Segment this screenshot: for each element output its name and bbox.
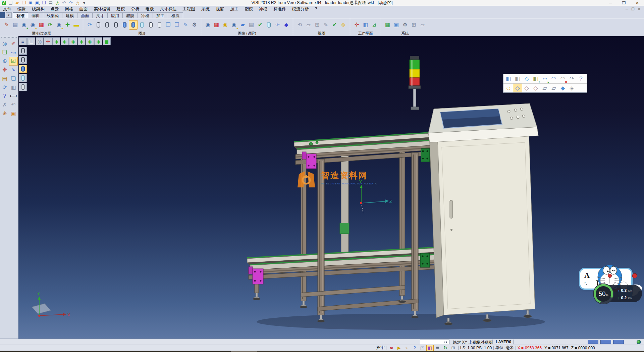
view-plane-icon[interactable]: ▱ <box>304 20 313 29</box>
hide-entities-icon[interactable]: ◉− <box>29 20 37 29</box>
transparent-style-icon[interactable] <box>138 20 146 29</box>
panel-blue-icon[interactable]: ▰ <box>238 20 247 29</box>
toolbar-tab-曲面[interactable]: 曲面 <box>77 12 93 18</box>
shaded-edges-style-icon[interactable] <box>129 20 138 29</box>
palette-cube-extract-icon[interactable]: ◧↑ <box>531 75 540 83</box>
view-sketch-icon[interactable]: ✎ <box>322 20 330 29</box>
toolbar-tab-冲模[interactable]: 冲模 <box>138 12 153 18</box>
navigation-helm-icon[interactable]: ✳ <box>1 109 9 118</box>
toolbar-tab-加工[interactable]: 加工 <box>153 12 168 18</box>
display-wireframe-icon[interactable] <box>19 47 27 55</box>
copy-graphics-icon[interactable]: ❐ <box>173 20 181 29</box>
toggle-advanced-icon[interactable]: ◉± <box>230 20 238 29</box>
ghost-style-icon[interactable] <box>265 20 273 29</box>
workplane-lock-icon[interactable]: ◧ <box>427 345 433 351</box>
layer-palette-icon[interactable]: ▦ <box>383 20 392 29</box>
palette-plane-direction-icon[interactable]: ▱▸ <box>540 75 549 83</box>
zoom-dynamic-icon[interactable]: ⊕ <box>1 57 9 65</box>
palette-gray-cube-icon[interactable]: ◧ <box>513 75 522 83</box>
query-help-icon[interactable]: ? <box>1 92 9 100</box>
snap-grid-icon[interactable]: ⊞ <box>410 20 418 29</box>
open-folder-icon[interactable]: ▰ <box>14 0 20 6</box>
panel-striped-icon[interactable]: ▤ <box>247 20 256 29</box>
menu-item-视窗[interactable]: 视窗 <box>213 6 227 12</box>
system-panel-icon[interactable]: ▣ <box>392 20 400 29</box>
redraw-icon[interactable]: ⟳ <box>86 20 94 29</box>
delete-trash-icon[interactable]: ✗ <box>1 101 9 109</box>
menu-item-?[interactable]: ? <box>312 6 320 12</box>
toolbar-tab-编辑[interactable]: 编辑 <box>28 12 43 18</box>
edit-graphics-icon[interactable]: ✎ <box>181 20 190 29</box>
render-modes-icon[interactable]: ▦ <box>212 20 221 29</box>
menu-item-线架构[interactable]: 线架构 <box>29 6 48 12</box>
menu-item-网格[interactable]: 网格 <box>62 6 76 12</box>
toolbar-tab-线架构[interactable]: 线架构 <box>43 12 62 18</box>
palette-wirecube-icon[interactable]: ◇ <box>522 84 531 92</box>
auto-rotate-icon[interactable]: ↻ <box>442 345 449 351</box>
undo-icon[interactable]: ↶ <box>61 0 67 6</box>
display-mesh-icon[interactable] <box>19 83 27 91</box>
quick-access-dropdown-icon[interactable]: ▾ <box>81 0 87 6</box>
menu-item-电极[interactable]: 电极 <box>143 6 157 12</box>
edit-curve-icon[interactable]: ∿ <box>9 66 17 74</box>
scale-indicator[interactable]: LS: 1.00 PS: 1.00 <box>460 346 492 350</box>
search-box[interactable] <box>420 340 449 344</box>
menu-item-塑模[interactable]: 塑模 <box>241 6 256 12</box>
workplane-axes-icon[interactable]: ✛ <box>353 20 361 29</box>
match-properties-icon[interactable]: ▤ <box>11 20 19 29</box>
rotate-view-icon[interactable]: ⟲ <box>296 20 304 29</box>
mesh-style-icon[interactable] <box>155 20 164 29</box>
smiley-shade-icon[interactable]: ☺ <box>339 20 347 29</box>
palette-shaded-cube-icon[interactable]: ◧ <box>504 75 513 83</box>
zoom-extents-icon[interactable]: ◎ <box>36 37 44 45</box>
menu-item-分析[interactable]: 分析 <box>128 6 143 12</box>
palette-surface-icon[interactable]: ◇ <box>522 75 531 83</box>
viewport-canvas[interactable]: Y Z Y X ≡❏◎✛◈◈◈◈◈◈◼ 智造资料网 INTELLIGENT MA… <box>18 36 644 339</box>
close-button[interactable]: ✕ <box>631 1 644 5</box>
palette-solid-cube-icon[interactable]: ◆ <box>558 84 567 92</box>
viewport-menu-icon[interactable]: ≡ <box>19 37 27 45</box>
toolbar-tab-标准[interactable]: 标准 <box>13 12 28 18</box>
view-back-icon[interactable]: ◈ <box>86 37 94 45</box>
window-pane-icon[interactable]: ❏ <box>9 75 17 83</box>
restore-undo-icon[interactable]: ↶ <box>9 101 17 109</box>
new-document-icon[interactable]: ❏ <box>7 0 13 6</box>
menu-item-冲模[interactable]: 冲模 <box>256 6 270 12</box>
dynamic-axes-icon[interactable]: ✛ <box>44 37 52 45</box>
menu-item-文件[interactable]: 文件 <box>0 6 14 12</box>
system-settings-icon[interactable]: ⚙ <box>401 20 409 29</box>
palette-wirecube-alt-icon[interactable]: ◇ <box>531 84 540 92</box>
grid-window-icon[interactable]: ⊞ <box>450 345 457 351</box>
palette-wirecube-active-icon[interactable]: ◇ <box>513 84 522 92</box>
erase-sketch-icon[interactable]: ✐ <box>9 40 17 48</box>
toolbar-tab-塑膜[interactable]: 塑膜 <box>122 12 138 18</box>
display-shaded-icon[interactable] <box>19 65 27 73</box>
flat-style-icon[interactable] <box>147 20 155 29</box>
measure-distance-icon[interactable]: ⟷ <box>9 92 17 100</box>
menu-item-加工[interactable]: 加工 <box>227 6 241 12</box>
hidden-line-style-icon[interactable] <box>103 20 111 29</box>
context-help-icon[interactable]: ? <box>411 345 418 351</box>
history-icon[interactable]: ◷ <box>74 0 80 6</box>
mdi-minimize-button[interactable]: ─ <box>624 7 630 11</box>
snap-ball-icon[interactable]: ◙ <box>388 345 395 351</box>
display-hidden-line-icon[interactable] <box>19 56 27 64</box>
graphics-settings-icon[interactable]: ⚙ <box>190 20 199 29</box>
menu-item-工程图[interactable]: 工程图 <box>180 6 199 12</box>
restore-button[interactable]: ❐ <box>617 1 631 5</box>
palette-gray-solid-cube-icon[interactable]: ◈ <box>568 84 576 92</box>
view-grid-icon[interactable]: ⊞ <box>313 20 321 29</box>
palette-fillet-curve-icon[interactable]: ↷ <box>568 75 576 83</box>
advanced-shading-icon[interactable]: ◉ <box>204 20 212 29</box>
menu-item-建模[interactable]: 建模 <box>114 6 128 12</box>
toolbar-tab-尺寸[interactable]: 尺寸 <box>92 12 108 18</box>
menu-item-编辑[interactable]: 编辑 <box>14 6 29 12</box>
view-left-icon[interactable]: ◈ <box>77 37 86 45</box>
perspective-panel-icon[interactable]: ▱ <box>418 20 427 29</box>
shaded-style-icon[interactable] <box>120 20 129 29</box>
dynamic-highlight-icon[interactable]: ◉ <box>221 20 229 29</box>
toolbar-tab-应用[interactable]: 应用 <box>107 12 123 18</box>
save-all-icon[interactable]: ❒ <box>41 0 47 6</box>
move-axes-icon[interactable]: ✥ <box>1 66 9 74</box>
mdi-restore-button[interactable]: ❐ <box>630 7 636 11</box>
